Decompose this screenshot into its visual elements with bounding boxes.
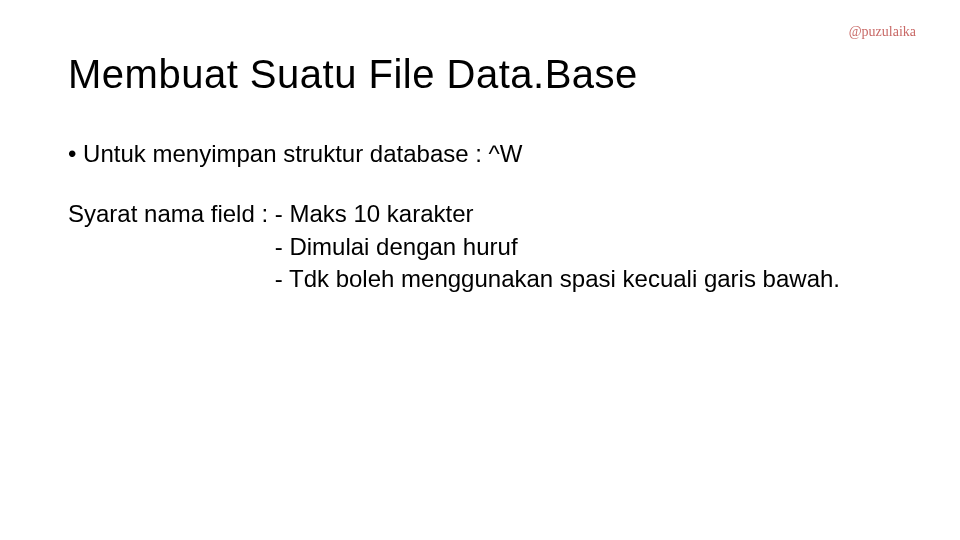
watermark-text: @puzulaika bbox=[849, 24, 916, 40]
field-rule-line-1: - Maks 10 karakter bbox=[275, 198, 840, 230]
slide-body: Untuk menyimpan struktur database : ^W S… bbox=[68, 138, 900, 296]
field-rule-line-2: - Dimulai dengan huruf bbox=[275, 231, 840, 263]
slide-title: Membuat Suatu File Data.Base bbox=[68, 52, 638, 97]
slide: @puzulaika Membuat Suatu File Data.Base … bbox=[0, 0, 960, 540]
field-rules-label: Syarat nama field : bbox=[68, 198, 275, 230]
field-rules-lines: - Maks 10 karakter - Dimulai dengan huru… bbox=[275, 198, 840, 295]
bullet-item-1: Untuk menyimpan struktur database : ^W bbox=[68, 138, 900, 170]
field-rule-line-3: - Tdk boleh menggunakan spasi kecuali ga… bbox=[275, 263, 840, 295]
bullet-text-1: Untuk menyimpan struktur database : ^W bbox=[83, 140, 522, 167]
field-rules: Syarat nama field : - Maks 10 karakter -… bbox=[68, 198, 900, 295]
